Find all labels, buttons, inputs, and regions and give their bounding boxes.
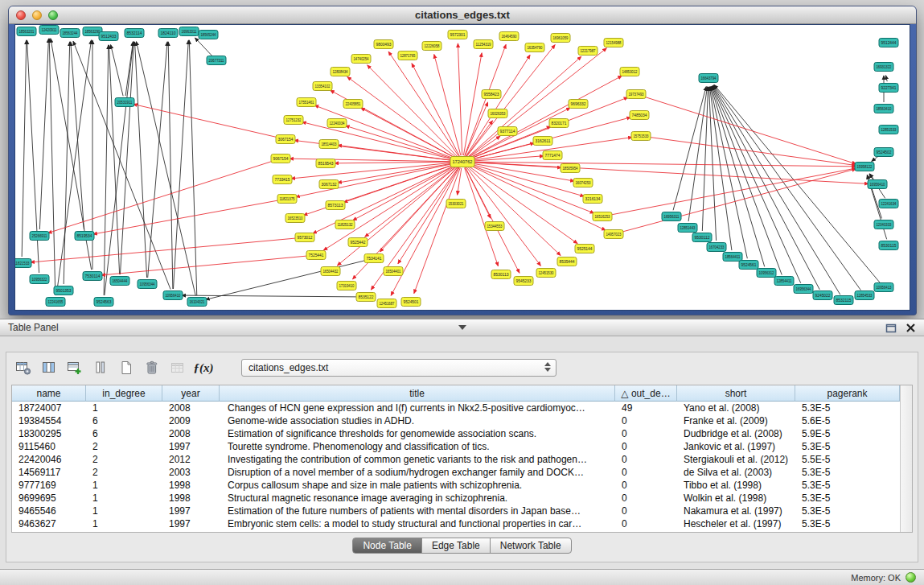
graph-node[interactable]: 7733415 [273,175,292,184]
graph-edge[interactable] [458,168,462,195]
graph-node[interactable]: 10956344 [138,280,157,289]
graph-node[interactable]: 8532114 [125,29,144,38]
graph-node[interactable]: 16354790 [525,43,544,52]
graph-node[interactable]: 12040333 [874,220,893,229]
graph-node[interactable]: 16963311 [179,27,199,36]
graph-node[interactable]: 16956410 [868,180,887,189]
graph-node[interactable]: 12854411 [774,277,794,286]
graph-node[interactable]: 16516253 [593,212,612,221]
graph-node[interactable]: 11821533 [15,259,31,268]
graph-node[interactable]: 16931322 [874,63,893,72]
graph-node[interactable]: 8519534 [75,232,94,241]
graph-node[interactable]: 16643794 [699,74,718,83]
graph-node[interactable]: 7771474 [543,151,562,160]
graph-node[interactable]: 10956413 [874,283,893,292]
graph-edge[interactable] [31,238,298,262]
graph-edge[interactable] [346,126,457,159]
graph-node[interactable]: 7530114 [83,272,102,281]
column-header-in-degree[interactable]: in_degree [86,385,162,402]
graph-edge[interactable] [361,108,457,159]
graph-node[interactable]: 8573113 [326,201,345,210]
graph-edge[interactable] [189,40,196,295]
graph-edge[interactable] [206,260,368,299]
graph-edge[interactable] [643,96,856,163]
graph-node[interactable]: 12851443 [678,224,697,233]
graph-node[interactable]: 12241655 [46,298,65,307]
graph-node[interactable]: 10956322 [30,275,49,284]
graph-node[interactable]: 3216134 [583,195,602,204]
new-file-button[interactable] [116,357,137,378]
graph-node[interactable]: 12226058 [422,42,441,51]
graph-node[interactable]: 7485034 [630,111,649,120]
graph-node[interactable]: 10956312 [757,269,776,278]
graph-edge[interactable] [468,136,500,158]
graph-node[interactable]: 12854533 [855,291,874,300]
table-row[interactable]: 1456911722003Disruption of a novel membe… [12,466,900,479]
graph-edge[interactable] [673,87,706,211]
graph-node[interactable]: 11821375 [277,195,297,204]
delete-button[interactable] [142,357,162,378]
table-row[interactable]: 1830029562008Estimation of significance … [12,427,900,440]
column-header-name[interactable]: name [12,385,86,402]
graph-node[interactable]: 9512433 [99,32,118,41]
graph-node[interactable]: 18563201 [17,27,36,36]
column-header-short[interactable]: short [677,385,795,402]
graph-node[interactable]: 15344553 [485,222,504,231]
graph-node[interactable]: 16504444 [110,277,129,286]
graph-node[interactable]: 16704233 [707,243,726,252]
table-row[interactable]: 1938455462009Genome-wide association stu… [12,414,900,427]
graph-node[interactable]: 1824110 [158,29,178,38]
graph-node[interactable]: 14740254 [351,55,371,64]
graph-edge[interactable] [620,169,856,233]
table-row[interactable]: 977716911998Corpus callosum shape and si… [12,479,900,492]
graph-edge[interactable] [182,295,359,297]
graph-edge[interactable] [391,167,459,295]
graph-node[interactable]: 9524502 [874,148,893,157]
graph-edge[interactable] [120,42,133,274]
network-graph[interactable]: 1724076212154988122179871696105916354790… [15,25,910,310]
table-row[interactable]: 2242004622012Investigating the contribut… [12,453,900,466]
graph-node[interactable]: 7525441 [306,251,326,260]
graph-node[interactable]: 9245022 [813,291,832,300]
graph-edge[interactable] [104,45,109,295]
graph-node[interactable]: 18564411 [723,253,742,262]
graph-edge[interactable] [168,42,173,289]
graph-node[interactable]: 9696332 [569,100,588,109]
graph-node[interactable]: 25266911 [30,232,49,241]
table-row[interactable]: 946554611997Estimation of the future num… [12,505,900,517]
table-settings-button[interactable] [13,357,34,378]
graph-node[interactable]: 9512444 [879,39,898,47]
graph-edge[interactable] [434,55,461,156]
graph-node[interactable]: 12871765 [398,51,417,60]
graph-edge[interactable] [647,137,856,165]
table-panel-titlebar[interactable]: Table Panel [0,319,924,336]
graph-node[interactable]: 9067154 [271,154,290,163]
table-row[interactable]: 911546021997Tourette syndrome. Phenomeno… [12,440,900,453]
graph-edge[interactable] [458,43,462,155]
graph-node[interactable]: 16523510 [285,214,305,223]
graph-node[interactable]: 8530115 [879,241,898,250]
graph-edge[interactable] [137,42,196,295]
graph-edge[interactable] [39,39,48,229]
graph-edge[interactable] [73,41,170,289]
graph-edge[interactable] [338,145,456,161]
graph-node[interactable]: 3067154 [276,135,295,144]
graph-node[interactable]: 18505954 [561,164,580,173]
graph-node[interactable]: 14853012 [620,68,639,76]
graph-node[interactable]: 8320171 [549,119,569,128]
graph-node[interactable]: 18563410 [874,105,893,113]
graph-edge[interactable] [195,38,212,56]
graph-node[interactable]: 18563244 [60,29,80,38]
graph-node[interactable]: 9545233 [514,277,533,286]
graph-node[interactable]: 13354102 [313,82,332,91]
tab-edge-table[interactable]: Edge Table [421,538,491,554]
graph-edge[interactable] [64,42,70,284]
graph-node[interactable]: 16464590 [499,32,519,41]
minimize-window-button[interactable] [32,10,42,20]
graph-node[interactable]: 9525442 [348,238,368,247]
table-vertical-scrollbar[interactable] [900,385,912,532]
graph-node[interactable]: 22405851 [343,100,363,109]
graph-node[interactable]: 8535444 [557,257,577,266]
graph-node[interactable]: 17319410 [337,282,356,290]
close-window-button[interactable] [16,10,26,20]
